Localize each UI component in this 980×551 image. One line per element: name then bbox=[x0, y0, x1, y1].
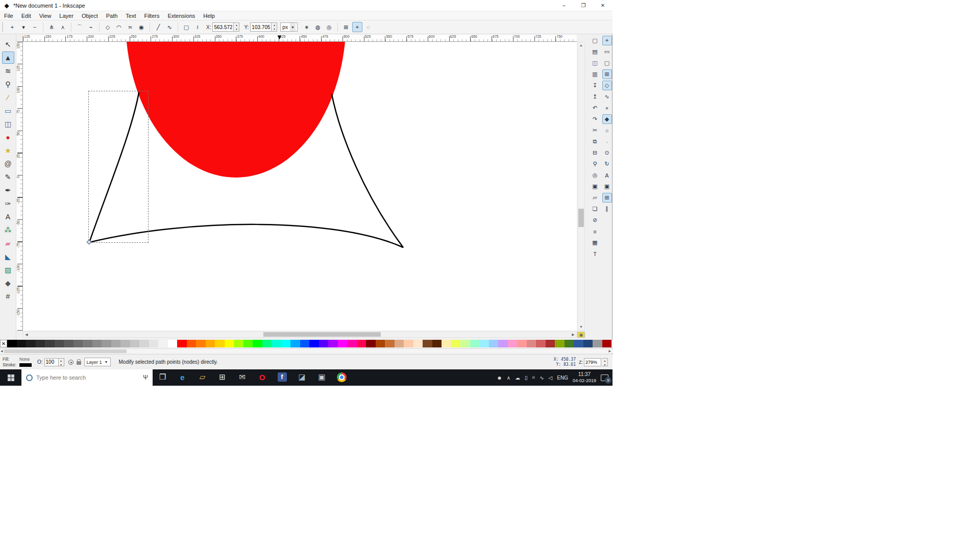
spray-tool-icon[interactable]: ⁂ bbox=[2, 224, 14, 236]
minimize-button[interactable]: – bbox=[554, 0, 574, 11]
palette-swatch[interactable] bbox=[432, 340, 442, 347]
volume-icon[interactable]: ◁ bbox=[549, 375, 553, 381]
spiral-tool-icon[interactable]: @ bbox=[2, 158, 14, 170]
ellipse-tool-icon[interactable]: ● bbox=[2, 131, 14, 143]
palette-swatch[interactable] bbox=[243, 340, 253, 347]
palette-swatch[interactable] bbox=[55, 340, 64, 347]
snap-rotation-centers-icon[interactable]: ↻ bbox=[602, 159, 612, 169]
palette-swatch[interactable] bbox=[262, 340, 272, 347]
selector-tool-icon[interactable]: ↖ bbox=[2, 38, 14, 51]
fill-stroke-indicator[interactable]: Fill: None Stroke: bbox=[3, 357, 32, 367]
menu-object[interactable]: Object bbox=[78, 11, 102, 20]
horizontal-scrollbar[interactable]: ◀ ▶ bbox=[23, 331, 577, 338]
menu-path[interactable]: Path bbox=[102, 11, 122, 20]
palette-swatch[interactable] bbox=[102, 340, 111, 347]
task-view-button[interactable]: ❐ bbox=[153, 369, 173, 386]
people-icon[interactable]: ☻ bbox=[497, 375, 502, 381]
menu-edit[interactable]: Edit bbox=[17, 11, 35, 20]
redo-icon[interactable]: ↷ bbox=[590, 114, 600, 124]
measure-tool-icon[interactable]: ∕ bbox=[2, 91, 14, 104]
menu-view[interactable]: View bbox=[35, 11, 56, 20]
palette-swatch[interactable] bbox=[74, 340, 83, 347]
scroll-up-icon[interactable]: ▲ bbox=[578, 42, 584, 48]
import-image-icon[interactable]: ↧ bbox=[590, 81, 600, 90]
save-document-icon[interactable]: ◫ bbox=[590, 58, 600, 68]
paste-icon[interactable]: ⊟ bbox=[590, 148, 600, 158]
palette-swatch[interactable] bbox=[281, 340, 291, 347]
palette-swatch[interactable] bbox=[565, 340, 574, 347]
palette-swatch[interactable] bbox=[546, 340, 555, 347]
snap-page-border-icon[interactable]: ▣ bbox=[602, 182, 612, 191]
palette-scroll-thumb[interactable] bbox=[4, 349, 127, 353]
undo-icon[interactable]: ↶ bbox=[590, 103, 600, 113]
open-document-icon[interactable]: ▤ bbox=[590, 47, 600, 57]
palette-swatch[interactable] bbox=[376, 340, 385, 347]
path-effects-icon[interactable]: ∗ bbox=[302, 22, 312, 32]
snap-text-baseline-icon[interactable]: A bbox=[602, 170, 612, 180]
stroke-to-path-icon[interactable]: ≀ bbox=[192, 22, 203, 32]
eraser-tool-icon[interactable]: ▰ bbox=[2, 237, 14, 249]
layer-lock-icon[interactable] bbox=[77, 361, 81, 365]
menu-help[interactable]: Help bbox=[199, 11, 219, 20]
palette-swatch[interactable] bbox=[300, 340, 310, 347]
menu-layer[interactable]: Layer bbox=[55, 11, 78, 20]
node-x-input[interactable] bbox=[212, 22, 234, 32]
palette-swatch[interactable] bbox=[555, 340, 565, 347]
palette-swatch[interactable] bbox=[290, 340, 300, 347]
snap-path-intersections-icon[interactable]: × bbox=[602, 103, 612, 113]
palette-swatch[interactable] bbox=[366, 340, 376, 347]
make-corner-icon[interactable]: ◇ bbox=[103, 22, 113, 32]
snap-bbox-edges-icon[interactable]: ▢ bbox=[602, 58, 612, 68]
dropper-tool-icon[interactable]: ◆ bbox=[2, 277, 14, 289]
create-clone-icon[interactable]: ❏ bbox=[590, 204, 600, 214]
break-nodes-icon[interactable]: ⋔ bbox=[46, 22, 57, 32]
copy-icon[interactable]: ⧉ bbox=[590, 137, 600, 146]
palette-swatch[interactable] bbox=[460, 340, 470, 347]
show-path-outline-icon[interactable]: ◌ bbox=[363, 22, 374, 32]
palette-swatch[interactable] bbox=[177, 340, 187, 347]
palette-swatch[interactable] bbox=[64, 340, 74, 347]
palette-swatch[interactable] bbox=[215, 340, 225, 347]
palette-swatch[interactable] bbox=[272, 340, 281, 347]
make-smooth-icon[interactable]: ◠ bbox=[114, 22, 124, 32]
onedrive-icon[interactable]: ☁ bbox=[515, 375, 520, 381]
gradient-tool-icon[interactable]: ▨ bbox=[2, 264, 14, 276]
palette-swatch[interactable] bbox=[26, 340, 36, 347]
duplicate-icon[interactable]: ▱ bbox=[590, 193, 600, 203]
palette-swatch[interactable] bbox=[489, 340, 499, 347]
palette-swatch[interactable] bbox=[442, 340, 451, 347]
palette-swatch[interactable] bbox=[517, 340, 527, 347]
print-document-icon[interactable]: ▥ bbox=[590, 69, 600, 79]
make-symmetric-icon[interactable]: ≍ bbox=[125, 22, 135, 32]
no-color-swatch[interactable]: ✕ bbox=[0, 340, 7, 347]
zoom-to-drawing-icon[interactable]: ◎ bbox=[590, 170, 600, 180]
layer-selector[interactable]: Layer 1 ▼ bbox=[84, 358, 111, 366]
snap-nodes-icon[interactable]: ◇ bbox=[602, 81, 612, 90]
hidden-icons-chevron[interactable]: ∧ bbox=[507, 375, 510, 381]
palette-swatch[interactable] bbox=[583, 340, 593, 347]
palette-swatch[interactable] bbox=[413, 340, 423, 347]
pencil-tool-icon[interactable]: ✎ bbox=[2, 171, 14, 183]
palette-swatch[interactable] bbox=[139, 340, 149, 347]
edit-mask-icon[interactable]: ◎ bbox=[324, 22, 334, 32]
zoom-to-selection-icon[interactable]: ⚲ bbox=[590, 159, 600, 169]
palette-swatch[interactable] bbox=[338, 340, 348, 347]
node-y-input[interactable] bbox=[250, 22, 272, 32]
palette-swatch[interactable] bbox=[385, 340, 395, 347]
palette-swatch[interactable] bbox=[404, 340, 413, 347]
zoom-input[interactable] bbox=[584, 358, 601, 366]
new-document-icon[interactable]: ▢ bbox=[590, 36, 600, 45]
snap-object-centers-icon[interactable]: ⊙ bbox=[602, 148, 612, 158]
red-ellipse-shape[interactable] bbox=[126, 42, 346, 178]
edge-icon[interactable]: e bbox=[173, 369, 192, 386]
ruler-left[interactable]: 1501251007550250-25-50-75-100-125-150 bbox=[16, 42, 23, 331]
language-indicator[interactable]: ENG bbox=[557, 375, 568, 381]
palette-swatch[interactable] bbox=[602, 340, 612, 347]
snap-guides-icon[interactable]: ∥ bbox=[602, 204, 612, 214]
menu-text[interactable]: Text bbox=[121, 11, 140, 20]
cut-icon[interactable]: ✂ bbox=[590, 126, 600, 135]
insert-node-icon[interactable]: + bbox=[7, 22, 17, 32]
palette-swatch[interactable] bbox=[206, 340, 215, 347]
connector-tool-icon[interactable]: # bbox=[2, 290, 14, 303]
palette-scroll-left-icon[interactable]: ◀ bbox=[1, 349, 3, 354]
